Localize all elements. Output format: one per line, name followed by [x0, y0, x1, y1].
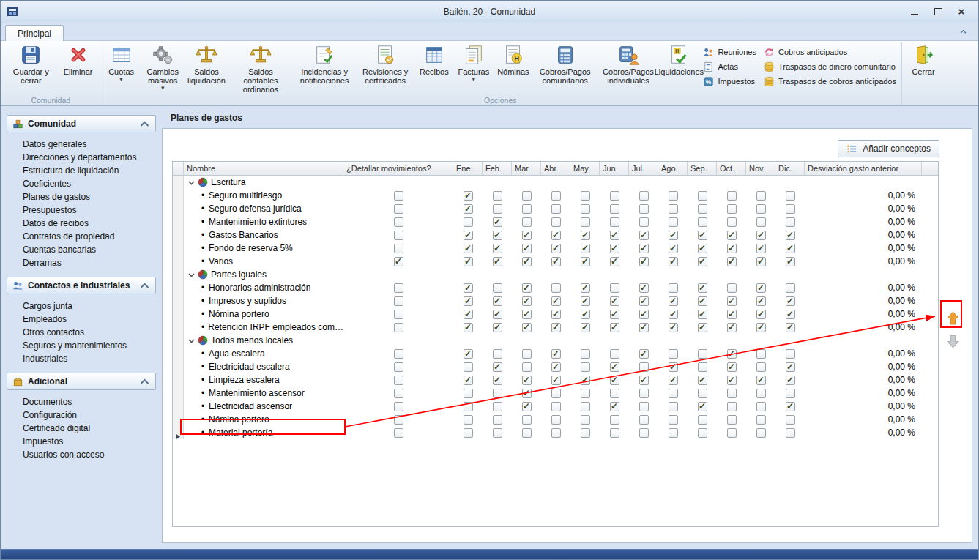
sidebar-section-comunidad[interactable]: Comunidad: [7, 115, 156, 132]
month-oct-checkbox[interactable]: [727, 428, 737, 438]
month-dic-checkbox[interactable]: [786, 231, 795, 240]
detail-movements-checkbox[interactable]: [394, 244, 403, 253]
month-oct-checkbox[interactable]: [727, 323, 737, 332]
month-abr-checkbox[interactable]: [551, 296, 561, 306]
month-mar-checkbox[interactable]: [522, 231, 532, 240]
month-dic-checkbox[interactable]: [786, 296, 795, 306]
month-nov-checkbox[interactable]: [756, 376, 766, 385]
month-ago-checkbox[interactable]: [669, 402, 678, 411]
detail-movements-checkbox[interactable]: [394, 362, 403, 372]
sidebar-item-cargos-junta[interactable]: Cargos junta: [7, 299, 156, 313]
tab-principal[interactable]: Principal: [5, 25, 64, 41]
month-ago-checkbox[interactable]: [669, 428, 678, 438]
month-sep-checkbox[interactable]: [698, 323, 707, 332]
month-nov-checkbox[interactable]: [756, 296, 766, 306]
close-button[interactable]: ×: [952, 5, 971, 18]
month-dic-checkbox[interactable]: [786, 283, 795, 293]
month-ago-checkbox[interactable]: [669, 310, 678, 319]
month-nov-checkbox[interactable]: [756, 389, 766, 398]
month-jul-checkbox[interactable]: [639, 415, 649, 425]
month-mar-checkbox[interactable]: [522, 283, 532, 293]
month-mar-checkbox[interactable]: [522, 217, 532, 227]
month-sep-checkbox[interactable]: [698, 283, 707, 293]
month-oct-checkbox[interactable]: [727, 389, 737, 398]
month-ene-checkbox[interactable]: [464, 415, 473, 425]
detail-movements-checkbox[interactable]: [394, 296, 403, 306]
month-oct-checkbox[interactable]: [727, 244, 737, 253]
move-down-button[interactable]: [945, 332, 961, 351]
cuotas-button[interactable]: Cuotas▾: [102, 42, 141, 82]
column-header-oct[interactable]: Oct.: [717, 162, 746, 175]
month-nov-checkbox[interactable]: [756, 231, 766, 240]
month-may-checkbox[interactable]: [581, 217, 590, 227]
month-abr-checkbox[interactable]: [551, 362, 561, 372]
table-row[interactable]: •Mantenimiento extintores0,00 %: [173, 215, 938, 228]
month-ene-checkbox[interactable]: [464, 362, 473, 372]
month-sep-checkbox[interactable]: [698, 204, 707, 214]
table-row[interactable]: •Varios0,00 %: [173, 255, 938, 268]
month-mar-checkbox[interactable]: [522, 428, 532, 438]
month-sep-checkbox[interactable]: [698, 310, 707, 319]
month-ago-checkbox[interactable]: [669, 323, 678, 332]
month-jun-checkbox[interactable]: [610, 244, 619, 253]
month-ago-checkbox[interactable]: [669, 217, 678, 227]
sidebar-item-seguros-y-mantenimientos[interactable]: Seguros y mantenimientos: [7, 339, 156, 352]
detail-movements-checkbox[interactable]: [394, 257, 403, 266]
month-feb-checkbox[interactable]: [493, 310, 502, 319]
month-jun-checkbox[interactable]: [610, 415, 619, 425]
month-jun-checkbox[interactable]: [610, 231, 619, 240]
sidebar-item-contratos-de-propiedad[interactable]: Contratos de propiedad: [7, 230, 156, 243]
month-ago-checkbox[interactable]: [669, 415, 678, 425]
month-dic-checkbox[interactable]: [786, 323, 795, 332]
month-may-checkbox[interactable]: [581, 349, 590, 359]
table-row[interactable]: •Limpieza escalera0,00 %: [173, 373, 938, 387]
row-selector[interactable]: [173, 228, 184, 242]
row-selector[interactable]: [173, 387, 184, 400]
month-jul-checkbox[interactable]: [639, 349, 649, 359]
month-jul-checkbox[interactable]: [639, 323, 649, 332]
month-sep-checkbox[interactable]: [698, 402, 707, 411]
table-row[interactable]: •Gastos Bancarios0,00 %: [173, 228, 938, 242]
move-up-button[interactable]: [945, 308, 961, 327]
month-may-checkbox[interactable]: [581, 204, 590, 214]
incidencias-y-notificaciones-button[interactable]: Incidencias y notificaciones: [293, 42, 357, 85]
month-ago-checkbox[interactable]: [669, 191, 678, 201]
month-ene-checkbox[interactable]: [464, 389, 473, 398]
month-sep-checkbox[interactable]: [698, 257, 707, 266]
month-dic-checkbox[interactable]: [786, 376, 795, 385]
month-sep-checkbox[interactable]: [698, 376, 707, 385]
month-ene-checkbox[interactable]: [464, 376, 473, 385]
month-feb-checkbox[interactable]: [493, 231, 502, 240]
table-row[interactable]: •Retención IRPF empleados com…0,00 %: [173, 321, 938, 334]
month-nov-checkbox[interactable]: [756, 349, 766, 359]
month-abr-checkbox[interactable]: [551, 191, 561, 201]
cobros-anticipados-button[interactable]: Cobros anticipados: [764, 45, 896, 59]
table-row[interactable]: •Seguro multiriesgo0,00 %: [173, 189, 938, 202]
month-jun-checkbox[interactable]: [610, 204, 619, 214]
month-oct-checkbox[interactable]: [727, 376, 737, 385]
month-jun-checkbox[interactable]: [610, 323, 619, 332]
month-jun-checkbox[interactable]: [610, 428, 619, 438]
recibos-button[interactable]: Recibos: [414, 42, 454, 76]
month-abr-checkbox[interactable]: [551, 402, 561, 411]
table-row[interactable]: •Agua escalera0,00 %: [173, 347, 938, 360]
detail-movements-checkbox[interactable]: [394, 402, 403, 411]
month-ene-checkbox[interactable]: [464, 296, 473, 306]
table-row[interactable]: •Electricidad escalera0,00 %: [173, 360, 938, 373]
month-sep-checkbox[interactable]: [698, 415, 707, 425]
column-header-nov[interactable]: Nov.: [746, 162, 775, 175]
month-sep-checkbox[interactable]: [698, 231, 707, 240]
traspasos-de-dinero-comunitario-button[interactable]: Traspasos de dinero comunitario: [764, 59, 896, 74]
nominas-button[interactable]: HNóminas: [494, 42, 533, 76]
month-may-checkbox[interactable]: [581, 244, 590, 253]
row-selector[interactable]: [173, 281, 184, 294]
month-mar-checkbox[interactable]: [522, 376, 532, 385]
month-feb-checkbox[interactable]: [493, 191, 502, 201]
month-ago-checkbox[interactable]: [669, 244, 678, 253]
month-feb-checkbox[interactable]: [493, 389, 502, 398]
month-jul-checkbox[interactable]: [639, 376, 649, 385]
month-oct-checkbox[interactable]: [727, 415, 737, 425]
month-abr-checkbox[interactable]: [551, 217, 561, 227]
sidebar-item-certificado-digital[interactable]: Certificado digital: [7, 422, 156, 435]
sidebar-item-impuestos[interactable]: Impuestos: [7, 435, 156, 448]
